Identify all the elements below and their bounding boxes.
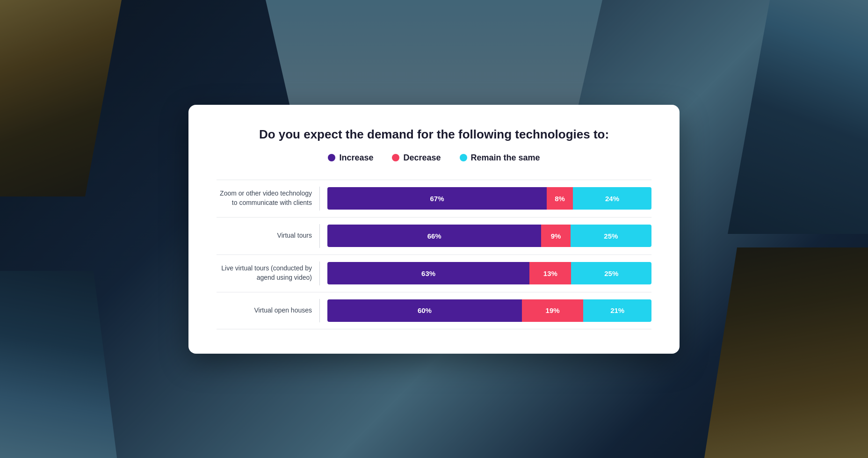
legend-dot-increase: [328, 154, 335, 161]
chart-row: Virtual open houses60%19%21%: [217, 292, 651, 329]
bar-container: 66%9%25%: [327, 225, 651, 247]
chart-row: Live virtual tours (conducted by agend u…: [217, 254, 651, 292]
bar-increase: 67%: [327, 187, 547, 210]
row-divider: [319, 224, 320, 248]
legend-label-decrease: Decrease: [403, 153, 441, 163]
legend-label-increase: Increase: [339, 153, 373, 163]
bar-decrease: 19%: [522, 299, 584, 322]
legend-decrease: Decrease: [392, 153, 441, 163]
legend-label-remain: Remain the same: [471, 153, 540, 163]
bar-decrease: 9%: [541, 225, 570, 247]
legend-dot-decrease: [392, 154, 399, 161]
row-divider: [319, 299, 320, 322]
bar-container: 67%8%24%: [327, 187, 651, 210]
row-label: Live virtual tours (conducted by agend u…: [217, 264, 319, 282]
bar-container: 60%19%21%: [327, 299, 651, 322]
row-divider: [319, 262, 320, 285]
chart-row: Virtual tours66%9%25%: [217, 217, 651, 254]
bar-decrease: 13%: [529, 262, 571, 284]
row-label: Virtual open houses: [217, 306, 319, 315]
row-label: Virtual tours: [217, 231, 319, 240]
bar-remain: 25%: [571, 225, 651, 247]
legend: Increase Decrease Remain the same: [217, 153, 651, 163]
bar-remain: 24%: [573, 187, 651, 210]
bar-increase: 63%: [327, 262, 529, 284]
bar-increase: 60%: [327, 299, 522, 322]
bar-remain: 21%: [583, 299, 651, 322]
card-title: Do you expect the demand for the followi…: [217, 127, 651, 142]
bar-increase: 66%: [327, 225, 541, 247]
chart-row: Zoom or other video technology to commun…: [217, 180, 651, 217]
chart-area: Zoom or other video technology to commun…: [217, 180, 651, 329]
row-label: Zoom or other video technology to commun…: [217, 189, 319, 207]
chart-card: Do you expect the demand for the followi…: [188, 105, 680, 354]
legend-remain: Remain the same: [460, 153, 540, 163]
bar-remain: 25%: [571, 262, 651, 284]
legend-dot-remain: [460, 154, 467, 161]
legend-increase: Increase: [328, 153, 373, 163]
bar-container: 63%13%25%: [327, 262, 651, 284]
row-divider: [319, 187, 320, 211]
bar-decrease: 8%: [547, 187, 573, 210]
